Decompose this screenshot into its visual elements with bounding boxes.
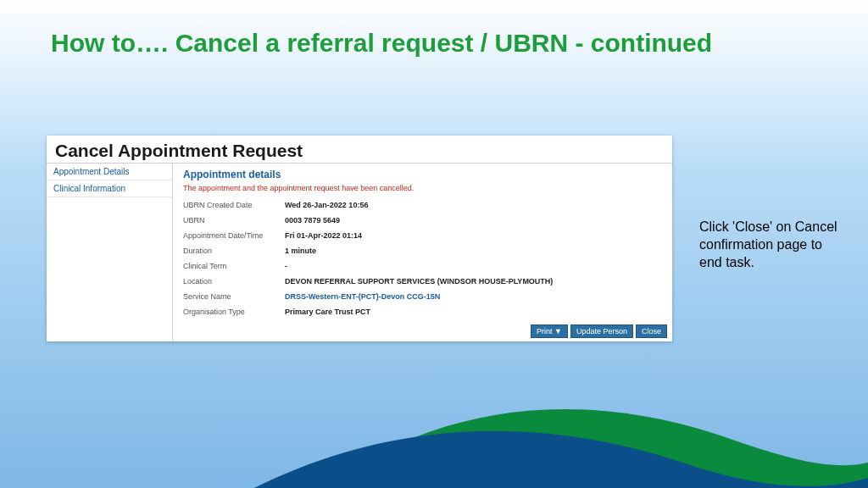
sidebar: Appointment Details Clinical Information	[47, 164, 173, 341]
action-bar: Print ▼ Update Person Close	[531, 324, 667, 338]
detail-label: Duration	[183, 247, 285, 255]
detail-label: Location	[183, 277, 285, 286]
details-table: UBRN Created DateWed 26-Jan-2022 10:56UB…	[183, 197, 662, 319]
detail-row: Clinical Term-	[183, 258, 662, 274]
detail-row: UBRN0003 7879 5649	[183, 213, 662, 228]
detail-label: UBRN Created Date	[183, 201, 285, 209]
detail-value: DEVON REFERRAL SUPPORT SERVICES (WINDSOR…	[285, 277, 553, 286]
detail-row: UBRN Created DateWed 26-Jan-2022 10:56	[183, 197, 662, 213]
detail-value: 1 minute	[285, 247, 316, 255]
detail-value: Fri 01-Apr-2022 01:14	[285, 231, 362, 240]
section-title: Appointment details	[183, 169, 662, 180]
detail-value: 0003 7879 5649	[285, 216, 340, 225]
detail-label: Clinical Term	[183, 262, 285, 270]
print-button[interactable]: Print ▼	[531, 324, 568, 338]
slide: How to…. Cancel a referral request / UBR…	[0, 0, 868, 488]
update-person-button[interactable]: Update Person	[570, 324, 633, 338]
app-body: Appointment Details Clinical Information…	[47, 164, 672, 341]
content-area: Appointment details The appointment and …	[173, 164, 672, 341]
sidebar-item-clinical-information[interactable]: Clinical Information	[47, 180, 172, 197]
detail-value[interactable]: DRSS-Western-ENT-(PCT)-Devon CCG-15N	[285, 292, 440, 301]
detail-row: Appointment Date/TimeFri 01-Apr-2022 01:…	[183, 228, 662, 243]
detail-value: Wed 26-Jan-2022 10:56	[285, 201, 368, 209]
cancellation-message: The appointment and the appointment requ…	[183, 184, 662, 192]
detail-value: -	[285, 262, 287, 270]
slide-title: How to…. Cancel a referral request / UBR…	[51, 27, 712, 59]
detail-row: Organisation TypePrimary Care Trust PCT	[183, 304, 662, 319]
detail-label: UBRN	[183, 216, 285, 225]
page-title: Cancel Appointment Request	[47, 136, 672, 164]
detail-label: Service Name	[183, 292, 285, 301]
instruction-text: Click 'Close' on Cancel confirmation pag…	[699, 219, 843, 271]
detail-label: Organisation Type	[183, 308, 285, 316]
detail-label: Appointment Date/Time	[183, 231, 285, 240]
detail-row: Duration1 minute	[183, 243, 662, 258]
detail-row: LocationDEVON REFERRAL SUPPORT SERVICES …	[183, 274, 662, 289]
decorative-wave	[0, 369, 868, 488]
detail-row: Service NameDRSS-Western-ENT-(PCT)-Devon…	[183, 289, 662, 304]
close-button[interactable]: Close	[636, 324, 667, 338]
app-screenshot-panel: Cancel Appointment Request Appointment D…	[47, 136, 672, 341]
sidebar-item-appointment-details[interactable]: Appointment Details	[47, 164, 172, 180]
detail-value: Primary Care Trust PCT	[285, 308, 370, 316]
